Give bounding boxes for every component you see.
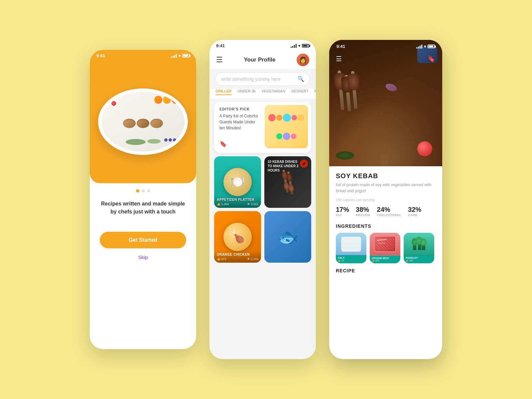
chicken-title: ORANGE CHICKEN xyxy=(217,253,258,256)
search-icon[interactable]: 🔍 xyxy=(298,76,304,82)
wifi-icon-3: ▾ xyxy=(424,44,426,49)
fat-pct: 17% xyxy=(336,206,349,213)
phone2-home: 9:41 ▾ ☰ Your Profile 👩 write something … xyxy=(209,40,316,359)
hero-section-1 xyxy=(90,60,196,183)
carb-label: CARB xyxy=(408,213,421,217)
phone2-header: ☰ Your Profile 👩 xyxy=(209,50,316,69)
dot-2[interactable] xyxy=(142,190,145,192)
carousel-dots xyxy=(90,189,196,193)
category-tabs: GRILLED UNDER 30 VEGETARIAN DESSERT FOR … xyxy=(209,89,316,98)
tab-vegetarian[interactable]: VEGETARIAN xyxy=(262,89,285,95)
hero-herbs xyxy=(336,151,354,160)
recipe-section-title: RECIPE xyxy=(336,268,436,273)
salt-label: SALT 👍 12 xyxy=(336,255,366,263)
editors-pick-card: EDITOR'S PICK A Party full of Colorful G… xyxy=(214,102,311,153)
tab-under30[interactable]: UNDER 30 xyxy=(237,89,255,95)
editors-pick-title: A Party full of Colorful Guests Made Und… xyxy=(219,113,259,131)
recipe-section: RECIPE xyxy=(336,268,436,273)
cholesterol-label: CHOLESTEROL xyxy=(377,213,402,217)
recipe-header-icons: ☰ 🔖 xyxy=(329,55,442,63)
fat-label: FAT xyxy=(336,213,349,217)
editors-pick-image xyxy=(265,105,308,148)
phone1-content: Recipes written and made simple by chefs… xyxy=(90,193,196,260)
calories-text: 190 calories per serving xyxy=(336,198,436,202)
search-placeholder: write something yummy here xyxy=(221,76,295,82)
tab-forkids[interactable]: FOR KIDS xyxy=(315,89,316,95)
fish-icon: 🐟 xyxy=(278,227,298,247)
parsley-name: PARSLEY xyxy=(406,256,432,259)
phone1-onboarding: 9:41 ▾ xyxy=(90,50,196,349)
food-card-orange-chicken[interactable]: 🍗 ORANGE CHICKEN 👍 872 👁 2,154 xyxy=(214,211,261,263)
tab-grilled[interactable]: GRILLED xyxy=(215,89,231,95)
battery-icon-2 xyxy=(302,44,309,48)
salt-name: SALT xyxy=(338,256,364,259)
status-icons-3: ▾ xyxy=(416,44,435,49)
bookmark-icon[interactable]: 🔖 xyxy=(219,140,259,148)
nutrition-cholesterol: 24% CHOLESTEROL xyxy=(377,206,402,217)
tab-dessert[interactable]: DESSERT xyxy=(291,89,309,95)
profile-title: Your Profile xyxy=(244,57,275,63)
avatar-icon: 👩 xyxy=(299,56,307,64)
food-card-fish[interactable]: 🐟 xyxy=(264,211,311,263)
wifi-icon: ▾ xyxy=(179,54,181,58)
menu-icon-3[interactable]: ☰ xyxy=(336,55,342,63)
editors-pick-label: EDITOR'S PICK xyxy=(219,107,259,111)
time-2: 9:41 xyxy=(216,43,225,48)
cholesterol-pct: 24% xyxy=(377,206,402,213)
nutrition-fat: 17% FAT xyxy=(336,206,349,217)
ingredient-parsley[interactable]: PARSLEY 👍 100 xyxy=(404,233,434,263)
wifi-icon-2: ▾ xyxy=(298,44,300,48)
meat-label: GROUND MEAT 👍 800 xyxy=(370,256,400,263)
appetizer-title: APPETIZER PLATTER xyxy=(217,198,258,201)
recipe-desc: full of protein made of soy with vegetab… xyxy=(336,182,436,194)
ingredient-salt[interactable]: SALT 👍 12 xyxy=(336,233,366,263)
search-bar[interactable]: write something yummy here 🔍 xyxy=(215,72,310,86)
salt-amount: 👍 12 xyxy=(338,259,364,262)
sauce-icon: 🌶 xyxy=(300,160,308,168)
nutrition-carb: 32% CARB xyxy=(408,206,421,217)
chicken-likes: 👍 872 xyxy=(217,257,226,261)
parsley-label: PARSLEY 👍 100 xyxy=(404,255,434,263)
signal-icon xyxy=(171,54,177,58)
status-bar-1: 9:41 ▾ xyxy=(90,50,196,60)
protein-label: PROTEIN xyxy=(356,213,370,217)
meat-amount: 👍 800 xyxy=(372,259,398,262)
nutrition-row: 17% FAT 38% PROTEIN 24% CHOLESTEROL 32% … xyxy=(336,206,436,217)
recipe-content: SOY KEBAB full of protein made of soy wi… xyxy=(329,166,442,359)
status-bar-3: 9:41 ▾ xyxy=(329,40,442,51)
battery-icon-3 xyxy=(428,45,435,48)
parsley-amount: 👍 100 xyxy=(406,259,432,262)
status-icons-2: ▾ xyxy=(291,44,309,48)
food-image-1 xyxy=(98,88,188,155)
signal-icon-2 xyxy=(291,44,297,48)
ingredients-section: INGREDIENTS SALT 👍 12 xyxy=(336,223,436,263)
status-bar-2: 9:41 ▾ xyxy=(209,40,316,50)
protein-pct: 38% xyxy=(356,206,370,213)
ingredients-title: INGREDIENTS xyxy=(336,223,436,229)
carb-pct: 32% xyxy=(408,206,421,213)
nutrition-protein: 38% PROTEIN xyxy=(356,206,370,217)
user-avatar[interactable]: 👩 xyxy=(297,54,309,66)
tagline: Recipes written and made simple by chefs… xyxy=(100,200,186,216)
menu-icon[interactable]: ☰ xyxy=(216,56,223,64)
get-started-button[interactable]: Get Started xyxy=(100,232,186,248)
status-icons-1: ▾ xyxy=(171,54,190,58)
ingredient-ground-meat[interactable]: GROUND MEAT 👍 800 xyxy=(370,233,400,263)
meat-name: GROUND MEAT xyxy=(372,257,398,259)
hero-tomato xyxy=(417,141,432,156)
food-card-appetizer[interactable]: 🍽️ APPETIZER PLATTER 👍 1,254 👁 3,021 xyxy=(214,156,261,208)
chicken-views: 👁 2,154 xyxy=(247,257,258,261)
dot-3[interactable] xyxy=(147,190,150,192)
dot-1[interactable] xyxy=(136,189,139,193)
time-3: 9:41 xyxy=(336,44,345,49)
recipe-name: SOY KEBAB xyxy=(336,172,436,180)
ingredients-list: SALT 👍 12 xyxy=(336,233,436,263)
signal-icon-3 xyxy=(416,45,422,49)
phone3-recipe: 9:41 ▾ ☰ 🔖 xyxy=(329,40,442,359)
bookmark-recipe-icon[interactable]: 🔖 xyxy=(427,55,436,63)
skip-button[interactable]: Skip xyxy=(138,254,148,260)
food-card-kebab[interactable]: 10 KEBAB DISHESTO MAKE UNDER 2 HOURS 🌶 xyxy=(264,156,311,208)
food-grid: 🍽️ APPETIZER PLATTER 👍 1,254 👁 3,021 xyxy=(209,156,316,263)
time-1: 9:41 xyxy=(96,53,105,58)
battery-icon xyxy=(182,54,190,58)
